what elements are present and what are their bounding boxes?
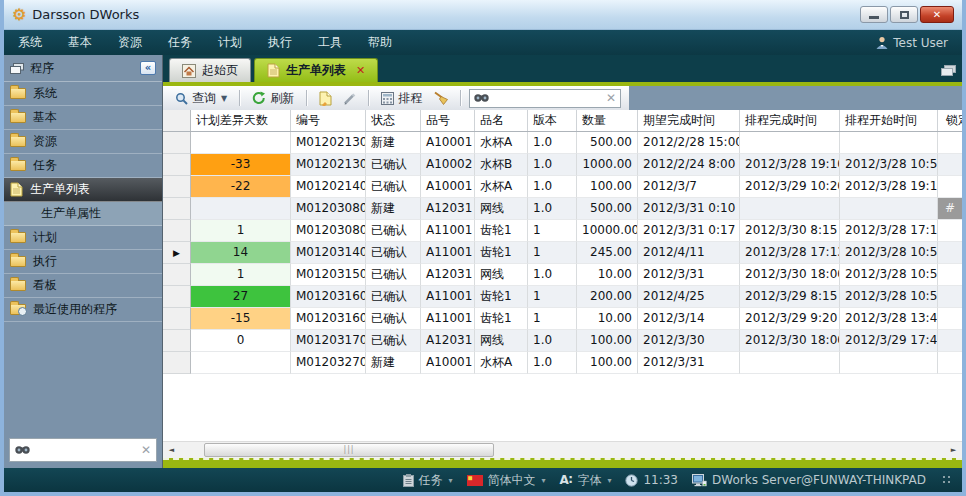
table-row[interactable]: M012030801新建A12031网线1.0500.002012/3/31 0…: [163, 198, 962, 220]
table-row[interactable]: -33M012021302已确认A10002水杯B1.01000.002012/…: [163, 154, 962, 176]
font-menu[interactable]: A∶ 字体 ▾: [560, 472, 612, 489]
schedule-button[interactable]: 排程: [377, 89, 426, 108]
time-text: 11:33: [643, 473, 678, 487]
sidebar-item[interactable]: 基本: [4, 106, 162, 130]
query-button[interactable]: 查询 ▼: [171, 89, 231, 108]
cell-sched_start: 2012/3/28 10:52: [840, 264, 938, 286]
cell-expect: 2012/3/31 0:10: [638, 198, 740, 220]
toolbar-separator: [239, 90, 240, 106]
grid-body: M012021301新建A10001水杯A1.0500.002012/2/28 …: [163, 132, 962, 374]
column-header[interactable]: 品号: [421, 110, 475, 131]
cell-version: 1.0: [528, 176, 577, 198]
sidebar-item[interactable]: 最近使用的程序: [4, 298, 162, 322]
sidebar-item[interactable]: 执行: [4, 250, 162, 274]
table-row[interactable]: 0M012031701已确认A12031网线1.0100.002012/3/30…: [163, 330, 962, 352]
cell-item_no: A11001: [421, 242, 475, 264]
sidebar-item[interactable]: 计划: [4, 226, 162, 250]
refresh-icon: [252, 91, 266, 105]
cell-qty: 500.00: [577, 132, 638, 154]
cell-extra: [938, 176, 962, 198]
scrollbar-track[interactable]: |||: [180, 442, 945, 458]
column-header[interactable]: 锁定: [938, 110, 962, 131]
column-header[interactable]: 版本: [528, 110, 577, 131]
task-menu[interactable]: 任务 ▾: [403, 472, 453, 489]
sidebar-item[interactable]: 任务: [4, 154, 162, 178]
menu-item[interactable]: 工具: [318, 34, 342, 51]
cell-item_name: 网线: [475, 264, 528, 286]
cell-version: 1.0: [528, 264, 577, 286]
row-indicator-cell: ▶: [163, 242, 191, 264]
cell-no: M012031601: [291, 286, 366, 308]
cell-diff: [191, 352, 291, 374]
scrollbar-thumb[interactable]: |||: [204, 443, 494, 457]
menu-item[interactable]: 帮助: [368, 34, 392, 51]
column-header[interactable]: 数量: [577, 110, 638, 131]
menu-item[interactable]: 执行: [268, 34, 292, 51]
folder-icon: [10, 136, 26, 147]
tab-close-icon[interactable]: ✕: [356, 64, 365, 77]
table-row[interactable]: ▶14M012031402已确认A11001齿轮11245.002012/4/1…: [163, 242, 962, 264]
row-indicator-cell: [163, 220, 191, 242]
menu-item[interactable]: 基本: [68, 34, 92, 51]
tab[interactable]: 起始页: [169, 58, 251, 82]
sidebar-search-clear-icon[interactable]: ✕: [141, 444, 151, 456]
sidebar-item[interactable]: 系统: [4, 82, 162, 106]
sidebar-search-input[interactable]: [34, 443, 137, 457]
minimize-button[interactable]: [860, 6, 888, 23]
column-header[interactable]: 编号: [291, 110, 366, 131]
maximize-button[interactable]: [890, 6, 918, 23]
cell-diff: -22: [191, 176, 291, 198]
table-row[interactable]: 1M012031501已确认A12031网线1.010.002012/3/312…: [163, 264, 962, 286]
toolbar-search-input[interactable]: [493, 91, 602, 105]
column-header[interactable]: 计划差异天数: [191, 110, 291, 131]
person-icon: [876, 36, 888, 49]
main-area: 程序 « 系统基本资源任务生产单列表生产单属性计划执行看板最近使用的程序 ✕ 起…: [4, 55, 962, 468]
window-list-icon[interactable]: [941, 65, 956, 76]
table-row[interactable]: -22M012021401已确认A10001水杯A1.0100.002012/3…: [163, 176, 962, 198]
edit-button[interactable]: [339, 91, 360, 106]
cell-diff: [191, 132, 291, 154]
column-header[interactable]: 期望完成时间: [638, 110, 740, 131]
column-header[interactable]: 品名: [475, 110, 528, 131]
table-row[interactable]: -15M012031602已确认A11001齿轮1110.002012/3/14…: [163, 308, 962, 330]
cell-sched_end: [740, 198, 840, 220]
query-dropdown-icon[interactable]: ▼: [221, 94, 227, 103]
table-row[interactable]: 1M012030802已确认A11001齿轮1110000.002012/3/3…: [163, 220, 962, 242]
resize-grip[interactable]: [942, 475, 952, 485]
column-header[interactable]: 状态: [366, 110, 421, 131]
sidebar-item[interactable]: 生产单列表: [4, 178, 162, 202]
sidebar-spacer: [4, 322, 162, 434]
toolbar-search-clear-icon[interactable]: ✕: [606, 92, 616, 104]
task-label: 任务: [419, 472, 443, 489]
row-indicator-cell: [163, 286, 191, 308]
user-menu[interactable]: Test User: [876, 36, 948, 50]
sidebar-item[interactable]: 看板: [4, 274, 162, 298]
tab[interactable]: 生产单列表✕: [254, 58, 378, 82]
menu-item[interactable]: 资源: [118, 34, 142, 51]
table-row[interactable]: M012032701新建A10001水杯A1.0100.002012/3/31: [163, 352, 962, 374]
sidebar-item[interactable]: 生产单属性: [4, 202, 162, 226]
new-button[interactable]: [315, 90, 336, 107]
close-button[interactable]: ✕: [920, 6, 954, 23]
scroll-right-button[interactable]: ►: [945, 442, 962, 458]
language-menu[interactable]: 简体中文 ▾: [467, 472, 546, 489]
table-row[interactable]: 27M012031601已确认A11001齿轮11200.002012/4/25…: [163, 286, 962, 308]
sidebar-item-label: 生产单属性: [41, 205, 101, 222]
column-header[interactable]: 排程开始时间: [840, 110, 938, 131]
column-header[interactable]: 排程完成时间: [740, 110, 840, 131]
menu-item[interactable]: 计划: [218, 34, 242, 51]
refresh-button[interactable]: 刷新: [248, 89, 298, 108]
sidebar-item-label: 基本: [33, 109, 57, 126]
cell-extra: [938, 286, 962, 308]
cell-item_name: 齿轮1: [475, 286, 528, 308]
cell-qty: 1000.00: [577, 154, 638, 176]
clean-button[interactable]: [429, 90, 452, 106]
grid-empty-area: [163, 374, 962, 441]
table-row[interactable]: M012021301新建A10001水杯A1.0500.002012/2/28 …: [163, 132, 962, 154]
scroll-left-button[interactable]: ◄: [163, 442, 180, 458]
menu-item[interactable]: 任务: [168, 34, 192, 51]
sidebar-collapse-button[interactable]: «: [140, 61, 156, 75]
sidebar-item[interactable]: 资源: [4, 130, 162, 154]
cell-sched_end: 2012/3/28 19:10: [740, 154, 840, 176]
menu-item[interactable]: 系统: [18, 34, 42, 51]
